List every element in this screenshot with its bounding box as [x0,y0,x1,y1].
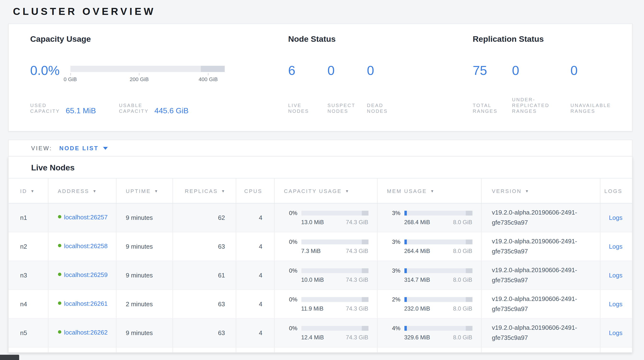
capacity-usage-cell: 0% 7.3 MiB 74.3 GiB [274,232,377,261]
capacity-percent-value: 0.0% [30,63,60,78]
column-header-label: VERSION [492,188,522,194]
stat-label-line: CAPACITY [30,108,60,114]
capacity-total-value: 74.3 GiB [346,305,368,312]
capacity-used-value: 12.4 MiB [301,334,324,341]
node-replicas-cell: 62 [172,203,236,232]
stat-value: 0 [570,63,611,78]
capacity-usage-bar [301,240,368,244]
logs-link[interactable]: Logs [609,300,622,308]
node-logs-cell: Logs [600,232,632,261]
capacity-usage-bar [301,297,368,302]
bottom-left-window-artifact [0,355,19,360]
axis-tick-label: 0 GiB [64,76,77,82]
mem-usage-cell: 3% 314.7 MiB 8.0 GiB [377,261,481,290]
capacity-percent-label: 0% [284,325,297,332]
view-dropdown[interactable]: NODE LIST [60,145,108,151]
live-nodes-table: ID▼ ADDRESS▼ UPTIME▼ REPLICAS▼ CPUS CAPA… [8,178,632,353]
column-header-replicas[interactable]: REPLICAS▼ [172,178,236,203]
capacity-usage-cell: 0% 12.4 MiB 74.3 GiB [274,318,377,347]
node-address-link[interactable]: localhost:26258 [64,241,108,252]
node-id-cell: n2 [8,232,48,261]
summary-stat: 6 LIVENODES [288,63,316,114]
stat-label-line: CAPACITY [119,108,148,114]
axis-tick [70,73,71,75]
logs-link[interactable]: Logs [609,214,622,221]
capacity-usage-bar [301,211,368,216]
stat-label-line: RANGES [473,108,500,114]
axis-tick [208,73,209,75]
node-address-link[interactable]: localhost:26259 [64,270,108,280]
logs-link[interactable]: Logs [609,329,622,336]
node-address-cell: localhost:26262 [48,318,116,347]
mem-bar-fill [404,297,406,302]
node-logs-cell: Logs [600,203,632,232]
column-header-version[interactable]: VERSION▼ [481,178,600,203]
replication-stats: 75 TOTALRANGES 0 UNDER-REPLICATEDRANGES … [473,63,622,114]
logs-link[interactable]: Logs [609,272,622,279]
capacity-usage-cell: 0% 11.9 MiB 74.3 GiB [274,290,377,318]
column-header-label: ID [20,188,27,194]
axis-tick-label: 200 GiB [130,76,149,82]
column-header-memory[interactable]: MEM USAGE▼ [377,178,481,203]
stat-label: SUSPECTNODES [328,103,356,114]
node-address-cell: localhost:26259 [48,261,116,290]
summary-stat: 0 SUSPECTNODES [328,63,356,114]
mem-total-value: 8.0 GiB [453,248,472,254]
stat-label: UNDER-REPLICATEDRANGES [512,97,559,114]
mem-usage-bar [404,297,472,302]
stat-label-line: TOTAL [473,103,500,108]
column-header-label: CPUS [244,188,262,194]
capacity-stats: USEDCAPACITY 65.1 MiB USABLECAPACITY 445… [30,103,288,114]
logs-link[interactable]: Logs [609,243,622,250]
sort-descending-icon: ▼ [221,189,225,193]
node-address-cell: localhost:26257 [48,203,116,232]
mem-bar-tip [466,268,472,273]
mem-total-value: 8.0 GiB [453,334,472,341]
column-header-capacity[interactable]: CAPACITY USAGE▼ [274,178,377,203]
summary-stat: 0 UNAVAILABLERANGES [570,63,611,114]
stat-label: USEDCAPACITY [30,103,60,114]
capacity-usage-cell: 0% 10.0 MiB 74.3 GiB [274,261,377,290]
node-status-section: Node Status 6 LIVENODES 0 SUSPECTNODES 0… [288,35,473,131]
capacity-total-value: 74.3 GiB [346,219,368,226]
mem-bar-fill [404,326,407,331]
replication-status-section: Replication Status 75 TOTALRANGES 0 UNDE… [473,35,622,131]
node-address-link[interactable]: localhost:26261 [64,299,108,309]
column-header-uptime[interactable]: UPTIME▼ [116,178,172,203]
capacity-bar-tip [362,268,368,273]
capacity-total-value: 74.3 GiB [346,276,368,283]
capacity-axis: 0 GiB200 GiB400 GiB [70,72,224,84]
node-address-link[interactable]: localhost:26262 [64,328,108,338]
column-header-label: LOGS [604,188,622,194]
mem-usage-cell: 2% 232.0 MiB 8.0 GiB [377,290,481,318]
column-header-label: REPLICAS [185,188,218,194]
stat-label: UNAVAILABLERANGES [570,103,611,114]
sort-descending-icon: ▼ [30,189,34,193]
column-header-address[interactable]: ADDRESS▼ [48,178,116,203]
node-cpus-cell [236,347,274,353]
capacity-bar-tip [362,211,368,216]
stat-value: 0 [328,63,356,78]
summary-stat: 0 DEADNODES [367,63,395,114]
stat-label-line: NODES [288,108,316,114]
mem-usage-cell: 4% 329.6 MiB 8.0 GiB [377,318,481,347]
axis-tick [139,73,140,75]
column-header-cpus: CPUS [236,178,274,203]
stat-label-line: LIVE [288,103,316,108]
column-header-id[interactable]: ID▼ [8,178,48,203]
node-id-cell [8,347,48,353]
stat-label-line: DEAD [367,103,395,108]
stat-value: 445.6 GiB [154,107,188,114]
summary-stat: 75 TOTALRANGES [473,63,500,114]
sort-descending-icon: ▼ [93,189,96,193]
mem-bar-tip [466,297,472,302]
mem-bar-fill [404,240,406,244]
node-id-cell: n3 [8,261,48,290]
mem-percent-label: 2% [387,296,400,303]
node-logs-cell [600,347,632,353]
node-address-link[interactable]: localhost:26257 [64,213,108,223]
mem-bar-tip [466,326,472,331]
stat-value: 75 [473,63,500,78]
capacity-percent-label: 0% [284,267,297,274]
mem-total-value: 8.0 GiB [453,219,472,226]
